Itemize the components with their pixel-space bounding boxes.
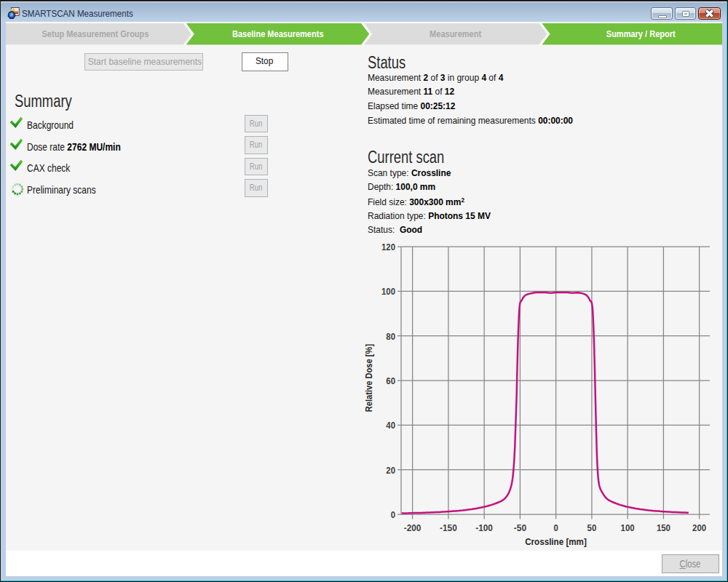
svg-text:50: 50 [587,522,597,533]
svg-text:0: 0 [391,509,395,520]
svg-text:200: 200 [692,522,706,533]
svg-text:40: 40 [386,420,395,431]
svg-text:100: 100 [381,286,395,297]
svg-text:100: 100 [621,522,635,533]
svg-text:150: 150 [657,522,670,533]
svg-text:-200: -200 [404,522,422,533]
svg-text:-100: -100 [475,522,493,533]
svg-text:0: 0 [553,522,558,533]
svg-text:60: 60 [386,375,395,386]
svg-text:80: 80 [386,331,395,342]
svg-text:20: 20 [386,465,395,476]
svg-text:-150: -150 [440,522,457,533]
svg-text:120: 120 [381,242,395,252]
svg-text:Crossline [mm]: Crossline [mm] [525,536,587,547]
svg-text:-50: -50 [514,522,526,533]
svg-text:Relative Dose [%]: Relative Dose [%] [364,344,375,412]
